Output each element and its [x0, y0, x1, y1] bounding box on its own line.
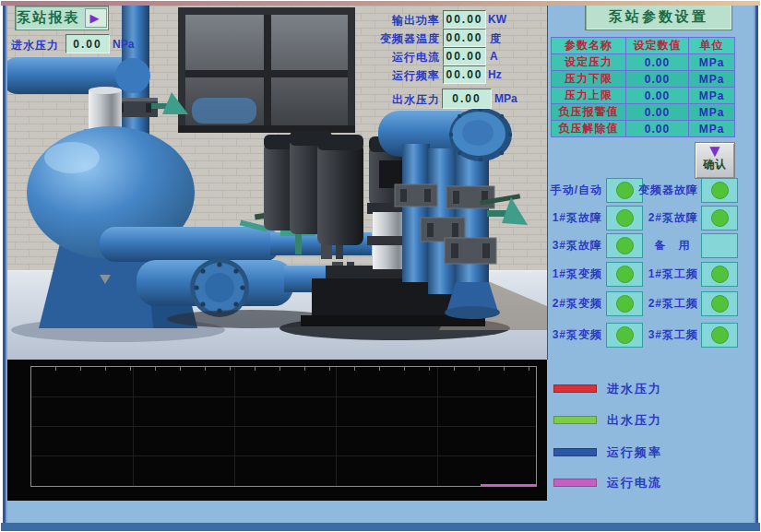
param-unit: MPa — [689, 71, 735, 88]
table-row: 负压报警值 0.00 MPa — [552, 104, 735, 121]
param-header-unit: 单位 — [689, 38, 735, 54]
param-name: 压力下限 — [552, 71, 626, 88]
metric-value-inverter-temp: 00.00 — [443, 29, 486, 47]
lamp-dot — [616, 209, 634, 227]
param-value-cell[interactable]: 0.00 — [626, 71, 689, 88]
parameter-table: 参数名称 设定数值 单位 设定压力 0.00 MPa 压力下限 0.00 MPa… — [551, 37, 735, 137]
outlet-pressure-unit: MPa — [494, 92, 517, 105]
metric-value-run-current: 00.00 — [443, 47, 486, 65]
indicator-label-pump3-fault: 3#泵故障 — [540, 238, 602, 254]
left-frame-border — [1, 6, 7, 531]
front-flange — [190, 258, 249, 317]
outlet-pressure-value: 0.00 — [442, 89, 492, 109]
lamp-dot — [616, 182, 634, 199]
param-unit: MPa — [689, 121, 735, 137]
lamp-dot — [711, 209, 729, 227]
lamp-dot — [711, 326, 729, 344]
indicator-label-manual-auto: 手动/自动 — [540, 183, 602, 198]
metric-label-output-power: 输出功率 — [326, 13, 440, 29]
lamp-pump1-mains — [701, 262, 738, 287]
confirm-button-label: 确认 — [696, 159, 734, 170]
settings-panel-title: 泵站参数设置 — [585, 4, 732, 30]
lamp-pump2-mains — [701, 291, 738, 316]
legend-label-outlet: 出水压力 — [607, 412, 662, 429]
lamp-pump3-fault — [606, 233, 643, 258]
metric-unit-inverter-temp: 度 — [490, 31, 501, 47]
param-name: 负压报警值 — [552, 104, 626, 121]
legend-label-current: 运行电流 — [607, 475, 662, 491]
hmi-screen: 泵站报表 ▶ 进水压力 0.00 NPa 输出功率 00.00 KW 变频器温度… — [0, 0, 761, 532]
param-value-cell[interactable]: 0.00 — [626, 54, 689, 71]
indicator-label-spare: 备 用 — [646, 238, 699, 254]
top-accent-strip — [1, 1, 760, 6]
lamp-dot — [616, 266, 634, 283]
legend-swatch-outlet — [553, 416, 597, 424]
lamp-spare — [701, 233, 738, 258]
metric-unit-output-power: KW — [488, 13, 506, 26]
param-name: 压力上限 — [552, 88, 626, 104]
bottom-frame-border — [1, 523, 760, 532]
trend-chart-plot-area — [30, 366, 537, 487]
table-row: 压力上限 0.00 MPa — [552, 88, 735, 104]
current-trace-line — [481, 484, 536, 486]
metric-unit-run-current: A — [490, 50, 498, 63]
param-unit: MPa — [689, 88, 735, 104]
metric-value-output-power: 00.00 — [443, 10, 486, 29]
right-frame-border — [754, 6, 760, 531]
legend-label-frequency: 运行频率 — [607, 444, 662, 461]
inlet-pressure-unit: NPa — [113, 38, 134, 51]
inlet-pressure-label: 进水压力 — [11, 38, 59, 53]
play-icon: ▶ — [85, 8, 107, 28]
metric-unit-run-frequency: Hz — [488, 68, 502, 81]
metric-label-run-current: 运行电流 — [326, 50, 440, 65]
indicator-label-vfd-fault: 变频器故障 — [636, 183, 698, 198]
metric-value-run-frequency: 00.00 — [443, 65, 486, 84]
lamp-dot — [616, 295, 634, 313]
trend-chart — [7, 360, 547, 501]
legend-swatch-frequency — [553, 448, 597, 456]
table-row: 设定压力 0.00 MPa — [552, 54, 735, 71]
table-row: 压力下限 0.00 MPa — [552, 71, 735, 88]
indicator-label-pump2-mains: 2#泵工频 — [636, 296, 698, 312]
outlet-pressure-label: 出水压力 — [326, 92, 440, 108]
param-value-cell[interactable]: 0.00 — [626, 121, 689, 137]
indicator-label-pump1-mains: 1#泵工频 — [636, 266, 698, 282]
header-flange-cap — [449, 108, 512, 161]
legend-swatch-inlet — [553, 384, 597, 393]
lamp-dot — [711, 295, 729, 313]
indicator-label-pump3-vfd: 3#泵变频 — [540, 327, 602, 343]
table-row: 负压解除值 0.00 MPa — [552, 121, 735, 137]
lamp-pump3-mains — [701, 323, 738, 348]
lamp-dot — [616, 237, 634, 254]
lamp-pump2-fault — [701, 206, 738, 231]
param-unit: MPa — [689, 104, 735, 121]
param-name: 负压解除值 — [552, 121, 626, 137]
param-unit: MPa — [689, 54, 735, 71]
report-button-label: 泵站报表 — [18, 9, 80, 27]
param-header-name: 参数名称 — [552, 38, 626, 54]
confirm-button[interactable]: ▼ 确认 — [695, 142, 735, 179]
inlet-pressure-value[interactable]: 0.00 — [65, 34, 110, 53]
metric-label-inverter-temp: 变频器温度 — [326, 31, 440, 47]
report-button[interactable]: 泵站报表 ▶ — [15, 6, 109, 30]
param-value-cell[interactable]: 0.00 — [626, 104, 689, 121]
axis-ticks — [31, 367, 536, 371]
metric-label-run-frequency: 运行频率 — [326, 68, 440, 84]
param-header-value: 设定数值 — [626, 38, 689, 54]
indicator-label-pump2-vfd: 2#泵变频 — [540, 296, 602, 312]
indicator-label-pump1-fault: 1#泵故障 — [540, 210, 602, 226]
legend-swatch-current — [553, 479, 597, 487]
lamp-dot — [711, 266, 729, 283]
param-value-cell[interactable]: 0.00 — [626, 88, 689, 104]
lamp-dot — [711, 182, 729, 199]
down-triangle-icon: ▼ — [696, 145, 734, 158]
param-name: 设定压力 — [552, 54, 626, 71]
lamp-vfd-fault — [701, 178, 738, 203]
indicator-label-pump3-mains: 3#泵工频 — [636, 327, 698, 343]
lamp-dot — [616, 326, 634, 344]
legend-label-inlet: 进水压力 — [607, 381, 662, 397]
indicator-label-pump1-vfd: 1#泵变频 — [540, 266, 602, 282]
indicator-label-pump2-fault: 2#泵故障 — [636, 210, 698, 226]
